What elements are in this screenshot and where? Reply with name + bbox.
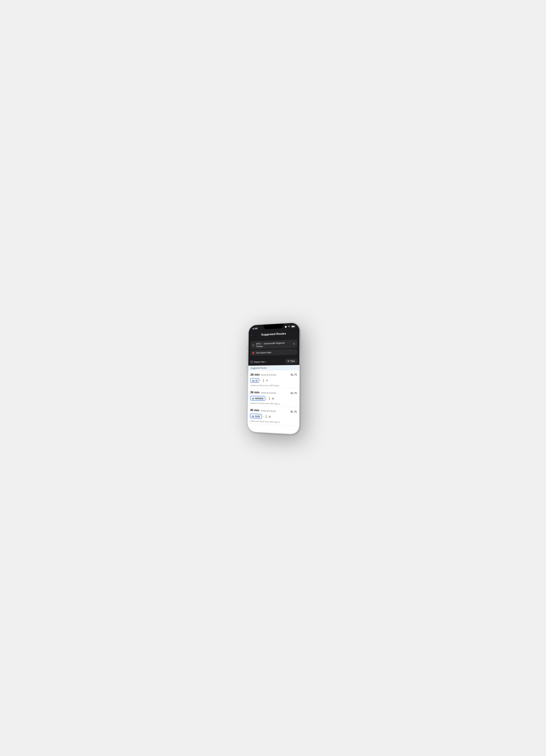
status-time: 4:40 [252, 327, 257, 330]
volume-down-button[interactable] [247, 352, 247, 362]
routes-list: Suggested Routes 26 min Arrive at 5:25 p… [247, 365, 299, 434]
route-2-price: $1.75 [291, 392, 297, 395]
bus-icon-2: 🚌 [252, 397, 254, 399]
walk-icon-3: 🚶 [264, 415, 268, 418]
route-item-2[interactable]: 36 min Arrive at 5:19 pm $1.75 🚌 NASSAU [248, 388, 299, 407]
filter-button[interactable]: Filter [285, 359, 297, 364]
route-2-bus-badge[interactable]: 🚌 NASSAU [250, 396, 265, 401]
destination-input-row[interactable]: TIAA Bank Field [250, 349, 297, 356]
route-2-depart-text: Leaves at 4:45 pm from JRTC Bay U [250, 402, 297, 405]
route-2-arrow-icon: › [266, 397, 267, 400]
location-icon [285, 326, 287, 328]
battery-icon [291, 325, 295, 327]
phone-wrapper: 4:40 [247, 322, 300, 435]
route-1-walk-badge: 🚶 17 [262, 379, 268, 382]
route-3-depart-text: Leaves at 4:45 pm from JRTC Bay S [250, 420, 297, 424]
route-2-walk-badge: 🚶 32 [268, 397, 274, 400]
route-item-1[interactable]: 26 min Arrive at 5:25 pm $1.75 🚌 11 [248, 370, 299, 389]
route-1-bus-number: 11 [255, 379, 257, 382]
silent-button[interactable] [247, 365, 247, 375]
route-2-bus-number: NASSAU [255, 397, 263, 400]
route-3-arrow-icon: › [263, 415, 263, 418]
walk-icon-1: 🚶 [262, 379, 265, 382]
volume-up-button[interactable] [247, 345, 247, 350]
svg-point-0 [289, 327, 289, 327]
status-icons [285, 325, 295, 328]
route-3-steps: 🚌 CLAY › 🚶 32 [250, 414, 297, 420]
filter-icon [288, 360, 290, 362]
route-1-steps: 🚌 11 › 🚶 17 [250, 378, 297, 383]
walk-icon-2: 🚶 [268, 397, 271, 400]
wifi-icon [288, 326, 290, 328]
route-3-price: $1.75 [291, 410, 297, 413]
destination-input[interactable]: TIAA Bank Field [256, 351, 295, 354]
svg-rect-2 [292, 326, 294, 327]
route-1-depart-text: Leaves at 5:00 pm from JRTC Bay L [250, 384, 297, 387]
page-title: Suggested Routes [261, 332, 286, 336]
phone-frame: 4:40 [247, 322, 300, 435]
route-3-duration: 40 min [250, 408, 259, 412]
chevron-down-icon: ▾ [265, 361, 266, 363]
route-3-time-info: 40 min Arrive at 5:24 pm [250, 408, 276, 413]
route-2-time-info: 36 min Arrive at 5:19 pm [250, 391, 276, 394]
route-3-bus-badge[interactable]: 🚌 CLAY [250, 414, 262, 419]
route-2-top-row: 36 min Arrive at 5:19 pm $1.75 [250, 391, 297, 395]
phone-screen: 4:40 [247, 323, 300, 435]
origin-dot-icon [252, 344, 254, 346]
back-button[interactable]: ‹ [251, 332, 253, 338]
power-button[interactable] [300, 349, 301, 365]
clock-icon [250, 361, 253, 363]
route-item-3[interactable]: 40 min Arrive at 5:24 pm $1.75 🚌 CLAY [247, 406, 299, 426]
depart-label: Depart now [253, 360, 264, 363]
origin-input-row[interactable]: JRTC – Jacksonville Regional Transp... ⇅ [250, 340, 297, 349]
route-1-walk-mins: 17 [266, 379, 268, 382]
app-screen: 4:40 [247, 323, 300, 435]
route-1-price: $1.75 [291, 373, 297, 376]
route-3-top-row: 40 min Arrive at 5:24 pm $1.75 [250, 408, 297, 414]
route-3-bus-number: CLAY [255, 415, 260, 418]
filter-bar: Depart now ▾ Filter [248, 357, 299, 366]
route-1-bus-badge[interactable]: 🚌 11 [250, 378, 259, 383]
swap-icon[interactable]: ⇅ [293, 342, 295, 345]
route-2-arrive: Arrive at 5:19 pm [261, 392, 276, 394]
bus-icon-1: 🚌 [252, 379, 254, 382]
route-3-arrive: Arrive at 5:24 pm [260, 410, 276, 413]
depart-now-button[interactable]: Depart now ▾ [250, 360, 266, 363]
route-1-arrow-icon: › [260, 379, 261, 382]
scene: 4:40 [228, 316, 318, 440]
route-2-steps: 🚌 NASSAU › 🚶 32 [250, 396, 297, 402]
bus-icon-3: 🚌 [251, 415, 254, 417]
route-3-walk-badge: 🚶 32 [264, 415, 271, 418]
route-1-duration: 26 min [250, 373, 260, 376]
route-1-top-row: 26 min Arrive at 5:25 pm $1.75 [250, 373, 297, 376]
route-3-walk-mins: 32 [268, 415, 271, 418]
route-1-arrive: Arrive at 5:25 pm [261, 374, 276, 376]
origin-input[interactable]: JRTC – Jacksonville Regional Transp... [256, 341, 293, 348]
route-1-time-info: 26 min Arrive at 5:25 pm [250, 373, 276, 376]
filter-label: Filter [290, 360, 295, 363]
destination-dot-icon [252, 352, 254, 354]
route-2-duration: 36 min [250, 391, 259, 394]
search-section: JRTC – Jacksonville Regional Transp... ⇅… [248, 338, 300, 359]
routes-section-header: Suggested Routes [248, 365, 299, 371]
route-2-walk-mins: 32 [272, 397, 274, 400]
